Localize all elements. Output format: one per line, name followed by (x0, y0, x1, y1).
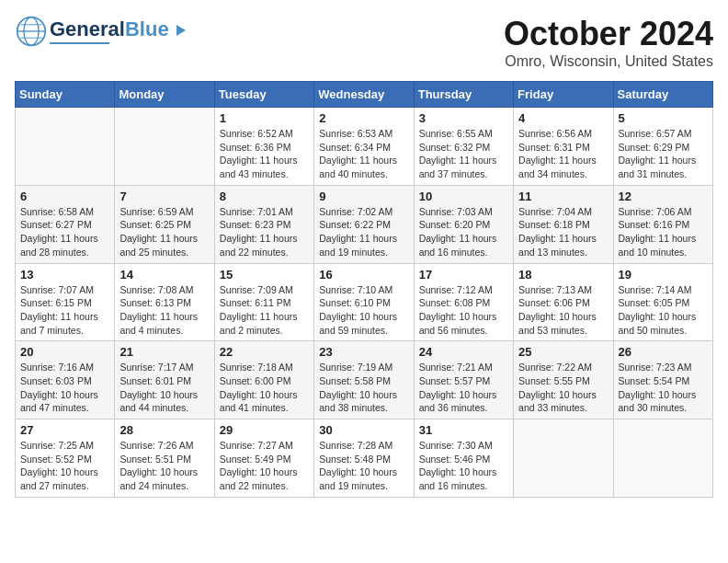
day-number: 27 (20, 423, 109, 437)
day-number: 9 (319, 190, 408, 203)
calendar-cell: 9Sunrise: 7:02 AM Sunset: 6:22 PM Daylig… (314, 185, 414, 263)
weekday-header: Sunday (16, 82, 115, 108)
day-number: 13 (20, 268, 109, 282)
day-number: 2 (319, 111, 408, 125)
day-info: Sunrise: 7:23 AM Sunset: 5:54 PM Dayligh… (619, 361, 708, 415)
calendar-cell: 16Sunrise: 7:10 AM Sunset: 6:10 PM Dayli… (314, 263, 414, 341)
day-info: Sunrise: 7:09 AM Sunset: 6:11 PM Dayligh… (220, 283, 309, 338)
day-info: Sunrise: 7:07 AM Sunset: 6:15 PM Dayligh… (20, 283, 109, 338)
day-info: Sunrise: 7:27 AM Sunset: 5:49 PM Dayligh… (220, 439, 309, 493)
calendar-cell: 30Sunrise: 7:28 AM Sunset: 5:48 PM Dayli… (314, 419, 414, 498)
day-number: 30 (319, 423, 408, 437)
day-info: Sunrise: 7:30 AM Sunset: 5:46 PM Dayligh… (419, 439, 508, 493)
calendar-cell: 3Sunrise: 6:55 AM Sunset: 6:32 PM Daylig… (414, 108, 513, 186)
logo-text-general: General (50, 17, 125, 40)
calendar-cell (613, 419, 712, 498)
day-number: 3 (419, 111, 508, 125)
calendar-header: SundayMondayTuesdayWednesdayThursdayFrid… (16, 82, 713, 108)
calendar-cell: 4Sunrise: 6:56 AM Sunset: 6:31 PM Daylig… (514, 108, 613, 186)
calendar-cell: 21Sunrise: 7:17 AM Sunset: 6:01 PM Dayli… (115, 341, 214, 419)
day-info: Sunrise: 7:08 AM Sunset: 6:13 PM Dayligh… (119, 283, 209, 338)
day-info: Sunrise: 7:13 AM Sunset: 6:06 PM Dayligh… (518, 283, 608, 338)
day-info: Sunrise: 7:06 AM Sunset: 6:16 PM Dayligh… (619, 205, 708, 259)
day-number: 23 (319, 345, 408, 359)
day-number: 15 (220, 268, 309, 282)
day-number: 31 (419, 423, 508, 437)
calendar-cell: 28Sunrise: 7:26 AM Sunset: 5:51 PM Dayli… (115, 419, 214, 498)
calendar-cell (514, 419, 613, 498)
day-number: 7 (119, 190, 209, 203)
day-number: 24 (419, 345, 508, 359)
day-info: Sunrise: 7:03 AM Sunset: 6:20 PM Dayligh… (419, 205, 508, 259)
page-subtitle: Omro, Wisconsin, United States (504, 53, 713, 70)
calendar-cell: 2Sunrise: 6:53 AM Sunset: 6:34 PM Daylig… (314, 108, 414, 186)
calendar-cell (16, 108, 115, 186)
calendar-cell: 23Sunrise: 7:19 AM Sunset: 5:58 PM Dayli… (314, 341, 414, 419)
logo-underline (50, 42, 109, 44)
calendar-cell: 20Sunrise: 7:16 AM Sunset: 6:03 PM Dayli… (16, 341, 115, 419)
day-info: Sunrise: 7:26 AM Sunset: 5:51 PM Dayligh… (119, 439, 209, 493)
day-info: Sunrise: 6:59 AM Sunset: 6:25 PM Dayligh… (119, 205, 209, 259)
calendar-cell: 5Sunrise: 6:57 AM Sunset: 6:29 PM Daylig… (613, 108, 712, 186)
day-info: Sunrise: 6:52 AM Sunset: 6:36 PM Dayligh… (220, 127, 309, 181)
day-number: 16 (319, 268, 408, 282)
page-header: GeneralBlue October 2024 Omro, Wisconsin… (15, 15, 713, 70)
weekday-header: Monday (115, 82, 214, 108)
calendar-cell: 27Sunrise: 7:25 AM Sunset: 5:52 PM Dayli… (16, 419, 115, 498)
day-number: 8 (220, 190, 309, 203)
calendar-cell: 13Sunrise: 7:07 AM Sunset: 6:15 PM Dayli… (16, 263, 115, 341)
logo-text-blue: Blue (125, 17, 169, 40)
day-number: 29 (220, 423, 309, 437)
day-number: 26 (619, 345, 708, 359)
calendar-cell: 15Sunrise: 7:09 AM Sunset: 6:11 PM Dayli… (214, 263, 313, 341)
calendar-cell: 24Sunrise: 7:21 AM Sunset: 5:57 PM Dayli… (414, 341, 513, 419)
page-title: October 2024 (504, 15, 713, 53)
day-number: 5 (619, 111, 708, 125)
day-info: Sunrise: 6:56 AM Sunset: 6:31 PM Dayligh… (518, 127, 608, 181)
calendar-cell: 25Sunrise: 7:22 AM Sunset: 5:55 PM Dayli… (514, 341, 613, 419)
calendar-cell: 7Sunrise: 6:59 AM Sunset: 6:25 PM Daylig… (115, 185, 214, 263)
calendar-cell: 1Sunrise: 6:52 AM Sunset: 6:36 PM Daylig… (214, 108, 313, 186)
day-number: 12 (619, 190, 708, 203)
day-number: 25 (518, 345, 608, 359)
day-number: 10 (419, 190, 508, 203)
day-number: 1 (220, 111, 309, 125)
weekday-header: Wednesday (314, 82, 414, 108)
logo-arrow-icon (176, 25, 186, 36)
weekday-header: Thursday (414, 82, 513, 108)
day-info: Sunrise: 7:10 AM Sunset: 6:10 PM Dayligh… (319, 283, 408, 338)
calendar-cell: 18Sunrise: 7:13 AM Sunset: 6:06 PM Dayli… (514, 263, 613, 341)
calendar-cell: 11Sunrise: 7:04 AM Sunset: 6:18 PM Dayli… (514, 185, 613, 263)
calendar-cell: 8Sunrise: 7:01 AM Sunset: 6:23 PM Daylig… (214, 185, 313, 263)
weekday-header: Saturday (613, 82, 712, 108)
calendar-table: SundayMondayTuesdayWednesdayThursdayFrid… (15, 81, 713, 498)
calendar-cell: 14Sunrise: 7:08 AM Sunset: 6:13 PM Dayli… (115, 263, 214, 341)
globe-icon (15, 15, 48, 48)
day-info: Sunrise: 7:22 AM Sunset: 5:55 PM Dayligh… (518, 361, 608, 415)
day-info: Sunrise: 6:58 AM Sunset: 6:27 PM Dayligh… (20, 205, 109, 259)
day-number: 11 (518, 190, 608, 203)
day-number: 17 (419, 268, 508, 282)
day-info: Sunrise: 7:02 AM Sunset: 6:22 PM Dayligh… (319, 205, 408, 259)
day-number: 21 (119, 345, 209, 359)
day-number: 18 (518, 268, 608, 282)
day-info: Sunrise: 7:21 AM Sunset: 5:57 PM Dayligh… (419, 361, 508, 415)
day-info: Sunrise: 7:17 AM Sunset: 6:01 PM Dayligh… (119, 361, 209, 415)
calendar-cell: 19Sunrise: 7:14 AM Sunset: 6:05 PM Dayli… (613, 263, 712, 341)
day-info: Sunrise: 7:01 AM Sunset: 6:23 PM Dayligh… (220, 205, 309, 259)
calendar-cell: 31Sunrise: 7:30 AM Sunset: 5:46 PM Dayli… (414, 419, 513, 498)
logo: GeneralBlue (15, 15, 186, 48)
day-number: 14 (119, 268, 209, 282)
day-info: Sunrise: 7:14 AM Sunset: 6:05 PM Dayligh… (619, 283, 708, 338)
calendar-cell (115, 108, 214, 186)
day-info: Sunrise: 7:18 AM Sunset: 6:00 PM Dayligh… (220, 361, 309, 415)
day-info: Sunrise: 7:19 AM Sunset: 5:58 PM Dayligh… (319, 361, 408, 415)
weekday-header: Friday (514, 82, 613, 108)
day-info: Sunrise: 6:55 AM Sunset: 6:32 PM Dayligh… (419, 127, 508, 181)
day-number: 4 (518, 111, 608, 125)
calendar-cell: 10Sunrise: 7:03 AM Sunset: 6:20 PM Dayli… (414, 185, 513, 263)
day-number: 20 (20, 345, 109, 359)
day-number: 19 (619, 268, 708, 282)
day-number: 6 (20, 190, 109, 203)
calendar-cell: 29Sunrise: 7:27 AM Sunset: 5:49 PM Dayli… (214, 419, 313, 498)
